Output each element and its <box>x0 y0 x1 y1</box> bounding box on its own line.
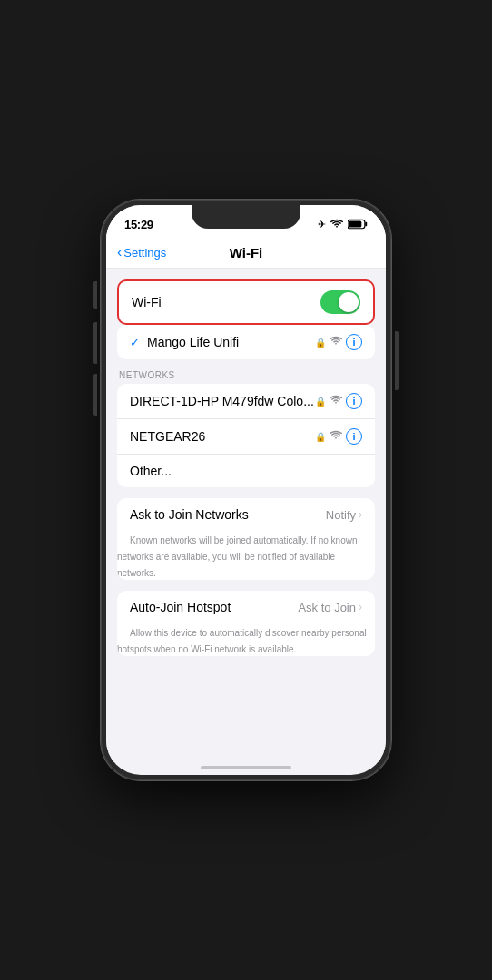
lock-icon: 🔒 <box>315 338 326 348</box>
list-item[interactable]: NETGEAR26 🔒 i <box>117 419 375 455</box>
auto-join-description: Allow this device to automatically disco… <box>117 624 367 656</box>
ask-to-join-row[interactable]: Ask to Join Networks Notify › <box>117 498 375 531</box>
nav-bar: ‹ Settings Wi-Fi <box>106 240 386 269</box>
ask-to-join-card: Ask to Join Networks Notify › Known netw… <box>117 498 375 580</box>
connected-network-name: Mango Life Unifi <box>147 335 315 349</box>
status-icons: ✈ <box>318 219 368 230</box>
back-label: Settings <box>123 246 166 260</box>
other-network-label: Other... <box>130 464 362 478</box>
mute-button[interactable] <box>93 281 97 309</box>
volume-up-button[interactable] <box>93 322 97 364</box>
page-title: Wi-Fi <box>230 245 263 260</box>
ask-to-join-value: Notify › <box>326 508 362 522</box>
network-list: DIRECT-1D-HP M479fdw Colo... 🔒 i <box>117 384 375 487</box>
back-button[interactable]: ‹ Settings <box>117 245 166 260</box>
svg-rect-2 <box>349 220 361 227</box>
network-name-0: DIRECT-1D-HP M479fdw Colo... <box>130 394 315 408</box>
volume-down-button[interactable] <box>93 374 97 416</box>
status-time: 15:29 <box>124 218 153 231</box>
wifi-toggle[interactable] <box>320 290 360 314</box>
wifi-status-icon <box>330 219 343 230</box>
network-icons-1: 🔒 i <box>315 428 362 445</box>
svg-rect-1 <box>365 222 367 227</box>
wifi-icon-1 <box>330 430 342 443</box>
notch <box>192 205 300 229</box>
list-item[interactable]: Other... <box>117 455 375 487</box>
auto-join-row[interactable]: Auto-Join Hotspot Ask to Join › <box>117 591 375 623</box>
auto-join-label: Auto-Join Hotspot <box>130 600 231 614</box>
home-indicator[interactable] <box>201 766 291 769</box>
wifi-icon-0 <box>330 395 342 407</box>
connected-network-row[interactable]: ✓ Mango Life Unifi 🔒 i <box>117 325 375 359</box>
auto-join-value: Ask to Join › <box>298 601 362 614</box>
airplane-icon: ✈ <box>318 219 326 230</box>
networks-section-label: NETWORKS <box>106 359 386 384</box>
back-chevron-icon: ‹ <box>117 244 122 260</box>
lock-icon-1: 🔒 <box>315 432 326 442</box>
toggle-thumb <box>339 292 359 312</box>
wifi-signal-icon <box>330 336 342 348</box>
wifi-toggle-label: Wi-Fi <box>132 295 162 309</box>
lock-icon-0: 🔒 <box>315 397 326 407</box>
connected-network-icons: 🔒 i <box>315 334 362 350</box>
ask-to-join-label: Ask to Join Networks <box>130 507 249 522</box>
network-info-button-0[interactable]: i <box>346 393 362 409</box>
auto-join-chevron-icon: › <box>359 601 362 613</box>
ask-to-join-chevron-icon: › <box>359 508 362 521</box>
wifi-toggle-row: Wi-Fi <box>117 279 375 325</box>
list-item[interactable]: DIRECT-1D-HP M479fdw Colo... 🔒 i <box>117 384 375 419</box>
network-info-button-1[interactable]: i <box>346 428 362 445</box>
content-area: Wi-Fi ✓ Mango Life Unifi 🔒 <box>106 269 386 762</box>
connected-network-info-button[interactable]: i <box>346 334 362 350</box>
ask-to-join-description: Known networks will be joined automatica… <box>117 532 358 580</box>
network-icons-0: 🔒 i <box>315 393 362 409</box>
battery-icon <box>348 219 368 230</box>
auto-join-value-text: Ask to Join <box>298 601 356 614</box>
power-button[interactable] <box>395 331 399 390</box>
checkmark-icon: ✓ <box>130 336 140 349</box>
auto-join-card: Auto-Join Hotspot Ask to Join › Allow th… <box>117 591 375 656</box>
ask-to-join-value-text: Notify <box>326 508 356 522</box>
phone-frame: 15:29 ✈ <box>101 200 391 780</box>
phone-screen: 15:29 ✈ <box>106 205 386 775</box>
network-name-1: NETGEAR26 <box>130 429 315 444</box>
